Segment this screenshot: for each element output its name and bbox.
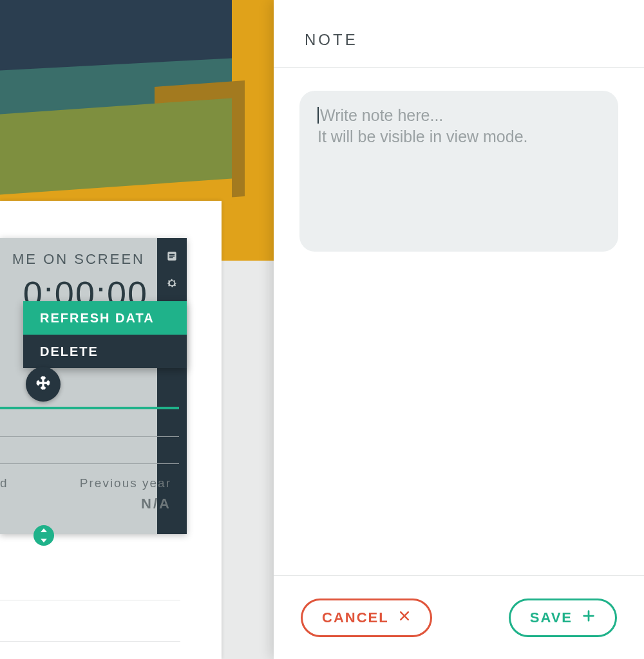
svg-rect-2	[169, 255, 175, 257]
note-side-panel: NOTE Write note here... It will be visib…	[274, 0, 644, 659]
plus-icon	[582, 609, 596, 627]
note-placeholder: Write note here... It will be visible in…	[317, 106, 528, 145]
widget-card[interactable]: ME ON SCREEN 0:00:00 REFRESH DATA DELETE…	[0, 238, 187, 534]
gear-icon[interactable]	[166, 277, 178, 292]
previous-year-block: Previous year N/A	[80, 476, 171, 512]
previous-year-label: Previous year	[80, 476, 171, 490]
note-icon[interactable]	[166, 250, 178, 265]
cancel-button[interactable]: CANCEL	[301, 599, 432, 637]
svg-rect-3	[169, 257, 173, 259]
panel-footer: CANCEL SAVE	[274, 575, 644, 659]
widget-context-menu: REFRESH DATA DELETE	[23, 301, 187, 368]
divider	[0, 436, 179, 437]
svg-rect-1	[169, 254, 175, 255]
menu-refresh-data[interactable]: REFRESH DATA	[23, 301, 187, 335]
note-textarea[interactable]: Write note here... It will be visible in…	[299, 91, 618, 252]
save-button-label: SAVE	[530, 609, 573, 626]
resize-handle[interactable]	[33, 525, 54, 546]
divider	[0, 407, 179, 409]
divider	[0, 600, 180, 600]
text-cursor	[317, 107, 319, 124]
previous-year-value: N/A	[80, 496, 171, 512]
move-icon	[35, 375, 52, 394]
divider	[0, 463, 179, 464]
cancel-button-label: CANCEL	[322, 609, 389, 626]
panel-title: NOTE	[305, 31, 613, 49]
dashboard-background: ME ON SCREEN 0:00:00 REFRESH DATA DELETE…	[0, 0, 277, 659]
move-handle[interactable]	[26, 367, 61, 402]
save-button[interactable]: SAVE	[509, 599, 617, 637]
panel-header: NOTE	[274, 0, 644, 68]
divider	[0, 641, 180, 642]
truncated-label-left: d	[0, 476, 8, 490]
menu-delete[interactable]: DELETE	[23, 335, 187, 368]
close-icon	[398, 609, 411, 626]
